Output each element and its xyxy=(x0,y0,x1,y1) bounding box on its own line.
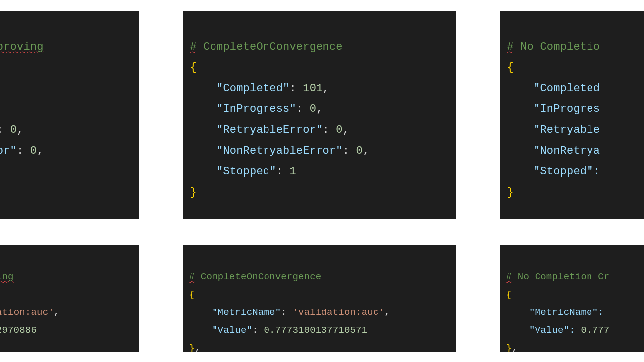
code-panel-4: otImproving : 'validation:auc', 67409980… xyxy=(0,245,139,352)
json-line: "InProgres xyxy=(500,103,600,115)
json-line: ableError": 0, xyxy=(0,145,44,157)
brace-close: }, xyxy=(500,343,518,352)
json-line: "Stopped": xyxy=(500,165,600,178)
comment-line: # # CompleteOnConvergenceCompleteOnConve… xyxy=(183,41,343,53)
json-line: "RetryableError": 0, xyxy=(183,124,349,136)
json-line: "Completed xyxy=(500,82,600,95)
json-line: "MetricName": xyxy=(500,307,609,318)
comment-line: # No Completion Cr xyxy=(500,271,609,282)
json-line: "Retryable xyxy=(500,124,600,136)
code-panel-1: veNotImproving d": 20, ss": 0, eError": … xyxy=(0,11,139,219)
json-line: "Value": 0.7773100137710571 xyxy=(183,325,367,336)
brace-open: { xyxy=(500,61,514,74)
brace-close: } xyxy=(500,186,514,199)
brace-open: { xyxy=(183,61,197,74)
json-line: "InProgress": 0, xyxy=(183,103,322,115)
json-line: "Value": 0.777 xyxy=(500,325,609,336)
json-line: eError": 0, xyxy=(0,124,23,136)
comment-line: otImproving xyxy=(0,271,14,282)
brace-open: { xyxy=(183,289,195,300)
brace-close: } xyxy=(183,186,197,199)
json-line: "Completed": 101, xyxy=(183,82,329,95)
json-line: : 'validation:auc', xyxy=(0,307,59,318)
code-panel-2: # # CompleteOnConvergenceCompleteOnConve… xyxy=(183,11,456,219)
code-panel-5: # CompleteOnConvergence { "MetricName": … xyxy=(183,245,456,352)
json-line: 674099802970886 xyxy=(0,325,37,336)
comment-line: # No Completio xyxy=(500,41,600,53)
json-line: "NonRetrya xyxy=(500,145,600,157)
code-panel-6: # No Completion Cr { "MetricName": "Valu… xyxy=(500,245,644,352)
json-line: "Stopped": 1 xyxy=(183,165,296,178)
json-line: "MetricName": 'validation:auc', xyxy=(183,307,390,318)
json-line: "NonRetryableError": 0, xyxy=(183,145,369,157)
code-panel-3: # No Completio { "Completed "InProgres "… xyxy=(500,11,644,219)
comment-line: veNotImproving xyxy=(0,41,44,53)
brace-close: }, xyxy=(183,343,201,352)
brace-open: { xyxy=(500,289,512,300)
comment-line: # CompleteOnConvergence xyxy=(183,271,321,282)
